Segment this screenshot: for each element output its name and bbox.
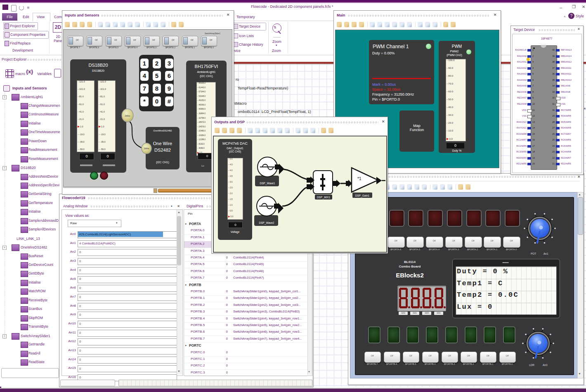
- svg-text:1Wire: 1Wire: [144, 147, 149, 150]
- svg-text:DSP_Wave2: DSP_Wave2: [259, 221, 274, 225]
- svg-text:DSP_Gain1: DSP_Gain1: [355, 194, 370, 197]
- svg-text:*1: *1: [357, 176, 362, 181]
- svg-text:DSP_MIX1: DSP_MIX1: [317, 196, 331, 199]
- svg-text:2Wire: 2Wire: [125, 115, 130, 117]
- svg-text:DSP_Wave1: DSP_Wave1: [260, 182, 275, 185]
